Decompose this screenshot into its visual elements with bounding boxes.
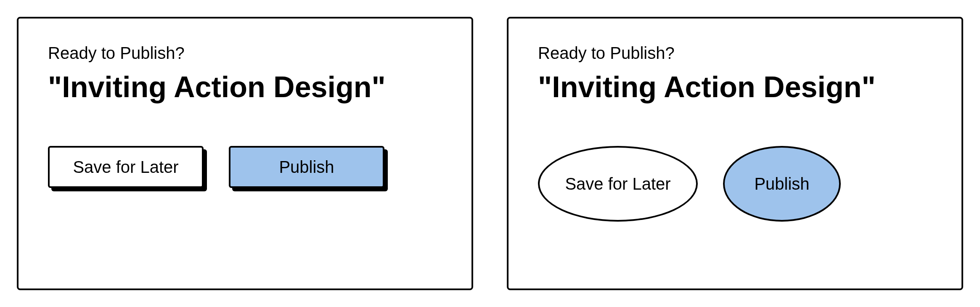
save-for-later-button[interactable]: Save for Later xyxy=(48,146,204,188)
save-for-later-button[interactable]: Save for Later xyxy=(538,146,698,222)
prompt-text: Ready to Publish? xyxy=(48,44,442,63)
save-for-later-label: Save for Later xyxy=(565,175,670,193)
button-row: Save for Later Publish xyxy=(48,146,442,188)
dialog-ellipse-buttons: Ready to Publish? "Inviting Action Desig… xyxy=(507,17,963,290)
publish-label: Publish xyxy=(754,175,809,193)
publish-button[interactable]: Publish xyxy=(229,146,384,188)
publish-label: Publish xyxy=(279,158,334,177)
publish-button[interactable]: Publish xyxy=(723,146,841,222)
save-for-later-label: Save for Later xyxy=(73,158,178,177)
prompt-text: Ready to Publish? xyxy=(538,44,932,63)
document-title: "Inviting Action Design" xyxy=(48,70,442,104)
document-title: "Inviting Action Design" xyxy=(538,70,932,104)
button-row: Save for Later Publish xyxy=(538,146,932,222)
dialog-rect-buttons: Ready to Publish? "Inviting Action Desig… xyxy=(17,17,473,290)
